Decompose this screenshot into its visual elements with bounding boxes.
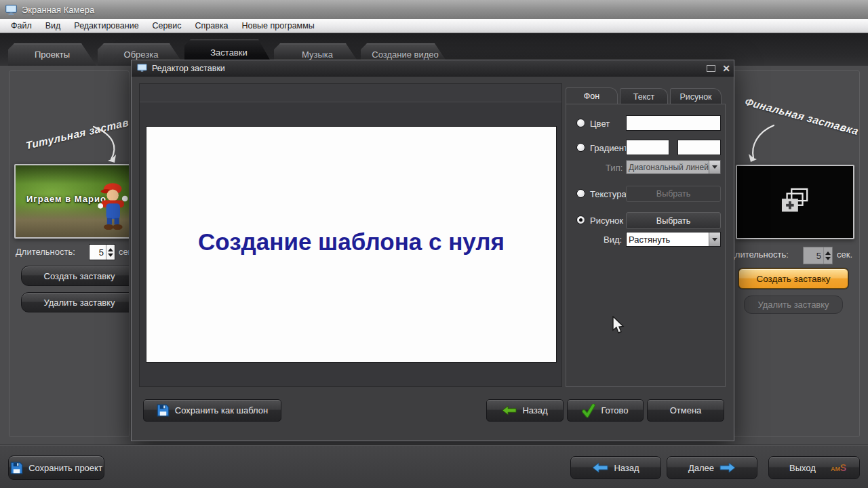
menu-help[interactable]: Справка (188, 19, 235, 33)
gradient-radio[interactable] (576, 143, 585, 152)
tab-background[interactable]: Фон (566, 87, 618, 104)
close-icon[interactable]: ✕ (720, 62, 732, 75)
duration-spinner-disabled: 5 (803, 247, 833, 264)
title-splash-thumbnail[interactable]: Играем в Марио (14, 164, 130, 239)
picture-label: Рисунок (590, 216, 623, 226)
done-label: Готово (601, 405, 628, 415)
duration-unit: сек. (837, 249, 852, 260)
color-radio[interactable] (576, 119, 585, 127)
done-button[interactable]: Готово (567, 399, 644, 422)
save-project-label: Сохранить проект (28, 463, 102, 473)
duration-label: Длительность: (16, 247, 75, 257)
exit-button[interactable]: Выход AMS (768, 456, 860, 479)
texture-radio[interactable] (576, 189, 585, 198)
background-controls: Цвет Градиент Тип: Диагональный линейн Т… (566, 104, 726, 387)
view-value: Растянуть (627, 232, 709, 246)
picture-radio[interactable] (576, 216, 585, 224)
save-as-template-label: Сохранить как шаблон (175, 405, 268, 415)
dialog-tabs: Фон Текст Рисунок (566, 87, 724, 104)
duration-spinner[interactable]: 5 (89, 244, 115, 260)
mario-thumbnail-text: Играем в Марио (26, 194, 106, 204)
color-swatch[interactable] (626, 115, 721, 131)
back-label: Назад (614, 463, 639, 473)
final-splash-panel: Финальная заставка Длительность: 5 сек. … (731, 70, 860, 437)
duration-value: 5 (804, 247, 823, 264)
delete-splash-button[interactable]: Удалить заставку (21, 292, 130, 312)
mario-figure-icon (96, 179, 128, 235)
floppy-disk-icon (10, 462, 23, 474)
tab-picture[interactable]: Рисунок (670, 88, 722, 104)
green-check-icon (582, 404, 595, 418)
view-label: Вид: (604, 235, 622, 245)
spinner-arrows (823, 247, 832, 264)
app-titlebar: Экранная Камера (0, 0, 868, 19)
tab-text[interactable]: Текст (620, 88, 668, 104)
delete-splash-button-disabled: Удалить заставку (744, 296, 843, 314)
preview-toolbar (140, 84, 561, 102)
curved-arrow-down-icon (85, 124, 126, 169)
color-label: Цвет (590, 119, 610, 129)
monitor-icon (5, 5, 17, 15)
preview-panel: Создание шаблона с нуля (139, 83, 562, 387)
menu-service[interactable]: Сервис (146, 19, 189, 33)
menu-view[interactable]: Вид (39, 19, 68, 33)
floppy-disk-icon (157, 404, 170, 417)
tab-projects[interactable]: Проекты (8, 43, 96, 66)
blue-arrow-right-icon (719, 462, 736, 473)
gradient-label: Градиент (590, 143, 628, 153)
menu-file[interactable]: Файл (4, 19, 39, 33)
save-as-template-button[interactable]: Сохранить как шаблон (143, 399, 281, 422)
create-splash-button[interactable]: Создать заставку (738, 268, 848, 289)
curved-arrow-down-icon (744, 119, 781, 167)
save-project-button[interactable]: Сохранить проект (8, 455, 104, 480)
back-button[interactable]: Назад (570, 456, 661, 479)
duration-unit: сек. (119, 247, 130, 257)
gradient-swatch-1[interactable] (626, 140, 669, 155)
next-button[interactable]: Далее (667, 456, 757, 479)
chevron-down-icon (709, 232, 720, 246)
gradient-swatch-2[interactable] (677, 140, 721, 155)
menubar: Файл Вид Редактирование Сервис Справка Н… (0, 19, 868, 33)
create-splash-button[interactable]: Создать заставку (21, 266, 130, 286)
menu-edit[interactable]: Редактирование (67, 19, 145, 33)
duration-value: 5 (90, 245, 106, 260)
spinner-arrows[interactable] (106, 245, 115, 260)
back-button[interactable]: Назад (486, 399, 564, 422)
title-splash-panel: Титульная заставка Играем в Марио Длител… (9, 70, 130, 437)
texture-label: Текстура (590, 189, 627, 199)
menu-new-programs[interactable]: Новые программы (235, 19, 321, 33)
gradient-type-value: Диагональный линейн (627, 161, 709, 174)
blue-arrow-left-icon (592, 462, 608, 473)
cancel-label: Отмена (670, 405, 702, 415)
mario-thumbnail-image: Играем в Марио (16, 165, 130, 237)
duration-label: Длительность: (731, 249, 789, 260)
green-arrow-left-icon (502, 405, 517, 415)
gradient-type-label: Тип: (606, 163, 623, 173)
minimize-icon[interactable] (707, 65, 715, 72)
dialog-titlebar[interactable]: Редактор заставки ✕ (132, 60, 734, 77)
cancel-button[interactable]: Отмена (647, 399, 724, 422)
ams-logo: AMS (831, 463, 846, 472)
add-frames-icon (780, 188, 811, 216)
final-splash-thumbnail[interactable] (736, 165, 854, 239)
view-select[interactable]: Растянуть (626, 232, 721, 247)
splash-editor-dialog: Редактор заставки ✕ Создание шаблона с н… (131, 60, 734, 441)
back-label: Назад (522, 405, 547, 415)
preview-canvas[interactable]: Создание шаблона с нуля (146, 126, 557, 363)
app-title: Экранная Камера (22, 5, 94, 15)
chevron-down-icon (709, 161, 720, 174)
monitor-icon (137, 64, 147, 73)
dialog-title: Редактор заставки (152, 64, 225, 73)
preview-text: Создание шаблона с нуля (146, 228, 556, 256)
gradient-type-select: Диагональный линейн (626, 160, 721, 174)
picture-choose-button[interactable]: Выбрать (626, 212, 721, 229)
next-label: Далее (688, 463, 714, 473)
exit-label: Выход (789, 463, 816, 473)
footer-bar: Сохранить проект Назад Далее Выход AMS (0, 445, 868, 488)
texture-choose-button: Выбрать (626, 186, 721, 202)
